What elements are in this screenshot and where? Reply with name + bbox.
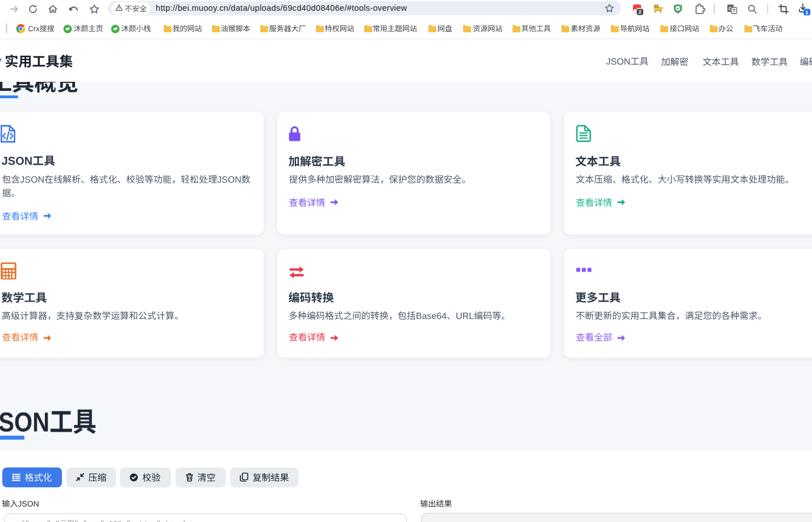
svg-text:1: 1 xyxy=(805,9,809,15)
svg-text:2: 2 xyxy=(639,9,642,15)
